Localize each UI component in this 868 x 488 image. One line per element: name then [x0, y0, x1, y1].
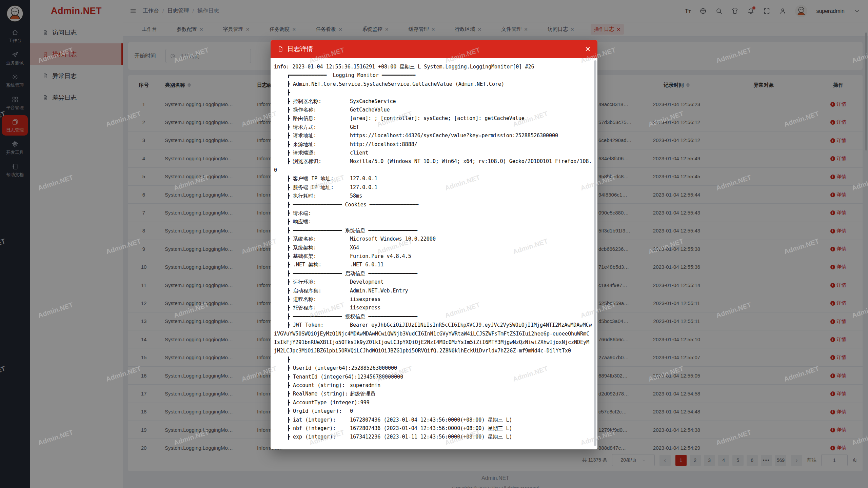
log-line: ┣ 服务端 IP 地址:127.0.0.1	[274, 183, 592, 192]
log-line: ┣ exp (integer):1673412236 (2023-01-11 1…	[274, 433, 592, 441]
log-detail-modal: 日志详情 ✕ info: 2023-01-04 12:55:36.1516291…	[271, 40, 597, 449]
log-line: ┣ 系统名称:Microsoft Windows 10.0.22000	[274, 235, 592, 243]
log-line: ┣ nbf (integer):1672807436 (2023-01-04 1…	[274, 424, 592, 433]
log-line: info: 2023-01-04 12:55:36.1516291 +08:00…	[274, 63, 592, 71]
log-line: ┣ 响应端:	[274, 218, 592, 226]
app-root: 工作台业务测试系统管理平台管理日志管理开发工具帮助文档 Admin.NET 访问…	[0, 0, 868, 488]
log-line: ┣ iat (integer):1672807436 (2023-01-04 1…	[274, 416, 592, 424]
log-line: ┣ Admin.NET.Core.Service.SysCacheService…	[274, 80, 592, 88]
log-line: ┣ 浏览器标识:Mozilla/5.0 (Windows NT 10.0; Wi…	[274, 157, 592, 175]
log-line: ┣ 请求方式:GET	[274, 123, 592, 131]
modal-scrollbar-thumb[interactable]	[594, 60, 596, 446]
log-line: ┣ 请求地址:https://localhost:44326/sysCache/…	[274, 131, 592, 140]
log-line: ┣ TenantId (integer64):123456780000000	[274, 373, 592, 381]
close-icon[interactable]: ✕	[585, 46, 591, 53]
log-line: ┣ OrgId (integer):0	[274, 407, 592, 415]
modal-header: 日志详情 ✕	[271, 40, 597, 58]
log-line: ┣ 控制器名称:SysCacheService	[274, 97, 592, 106]
log-section-divider: ┣ ━━━━━━━━━━━━━━━━ 授权信息 ━━━━━━━━━━━━━━━━	[274, 312, 592, 321]
log-line: ┣ 请求端源:client	[274, 149, 592, 157]
log-line: ┣ 路由信息:[area]: ; [controller]: sysCache;…	[274, 114, 592, 123]
log-line: ┣ 启动程序集:Admin.NET.Web.Entry	[274, 287, 592, 295]
log-line: ┣ 请求端:	[274, 209, 592, 218]
log-line: ┣ 执行耗时:58ms	[274, 192, 592, 200]
document-icon	[277, 46, 284, 52]
modal-title: 日志详情	[287, 45, 313, 54]
log-line: ┣ Account (string):superadmin	[274, 381, 592, 390]
log-section-divider: ┣ ━━━━━━━━━━━━━━━━ Cookies ━━━━━━━━━━━━━…	[274, 201, 592, 209]
log-line: ┣ 操作名称:GetCacheValue	[274, 106, 592, 114]
log-section-top: ┏━━━━━━━━━━━━ Logging Monitor ━━━━━━━━━━…	[274, 71, 592, 80]
log-line: ┣	[274, 355, 592, 364]
log-line: ┣ 来源地址:http://localhost:8888/	[274, 140, 592, 149]
log-line: ┣	[274, 88, 592, 97]
log-section-divider: ┣ ━━━━━━━━━━━━━━━━ 系统信息 ━━━━━━━━━━━━━━━━	[274, 226, 592, 235]
log-line: ┣ UserId (integer64):252885263000000	[274, 364, 592, 372]
log-line: ┣ 托管程序:iisexpress	[274, 304, 592, 312]
log-line: ┣ 基础框架:Furion.Pure v4.8.4.5	[274, 252, 592, 261]
log-line: ┣ 进程名称:iisexpress	[274, 295, 592, 304]
log-line: ┣ AccountType (integer):999	[274, 399, 592, 407]
log-line: ┣ 系统架构:X64	[274, 244, 592, 252]
log-line: ┣ RealName (string):超级管理员	[274, 390, 592, 398]
log-line: ┣ 运行环境:Development	[274, 278, 592, 286]
log-content: info: 2023-01-04 12:55:36.1516291 +08:00…	[271, 58, 597, 449]
log-section-divider: ┣ ━━━━━━━━━━━━━━━━ 启动信息 ━━━━━━━━━━━━━━━━	[274, 269, 592, 278]
log-line: ┣ 客户端 IP 地址:127.0.0.1	[274, 175, 592, 183]
log-line: ┣ JWT Token:Bearer eyJhbGciOiJIUzI1NiIsI…	[274, 321, 592, 355]
log-line: ┣ .NET 架构:.NET 6.0.11	[274, 261, 592, 269]
